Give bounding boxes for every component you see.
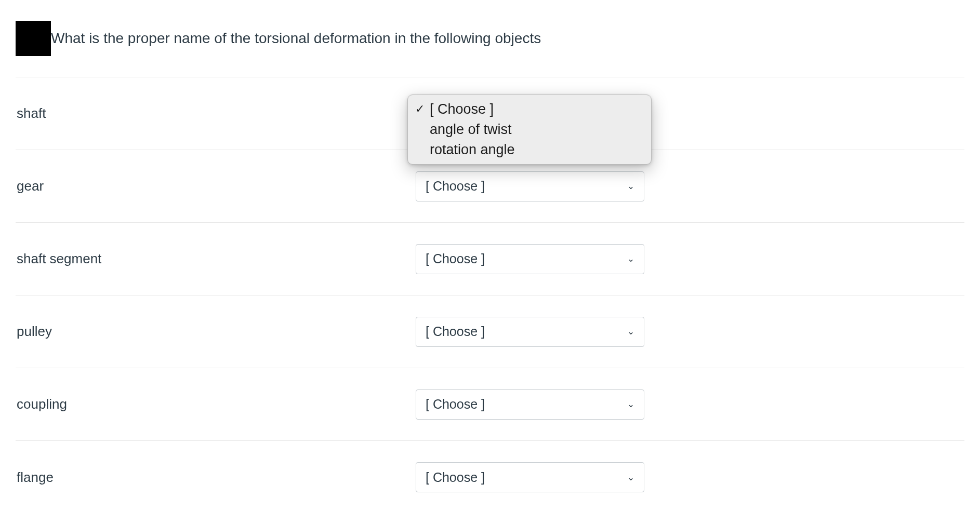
dropdown-option-angle-of-twist[interactable]: angle of twist bbox=[408, 119, 651, 140]
select-value: [ Choose ] bbox=[426, 324, 485, 339]
select-wrap: [ Choose ] ⌄ bbox=[416, 389, 644, 420]
match-label: coupling bbox=[16, 396, 416, 412]
match-label: shaft segment bbox=[16, 251, 416, 267]
match-row-shaft: shaft [ Choose ] ⌄ ✓ [ Choose ] angle of… bbox=[16, 77, 964, 150]
dropdown-menu: ✓ [ Choose ] angle of twist rotation ang… bbox=[407, 95, 652, 165]
match-row-pulley: pulley [ Choose ] ⌄ bbox=[16, 295, 964, 368]
dropdown-option-choose[interactable]: ✓ [ Choose ] bbox=[408, 99, 651, 119]
question-header: What is the proper name of the torsional… bbox=[16, 21, 964, 56]
chevron-down-icon: ⌄ bbox=[627, 253, 634, 264]
question-page: What is the proper name of the torsional… bbox=[0, 0, 980, 511]
chevron-down-icon: ⌄ bbox=[627, 181, 634, 192]
select-value: [ Choose ] bbox=[426, 179, 485, 194]
matching-area: shaft [ Choose ] ⌄ ✓ [ Choose ] angle of… bbox=[16, 77, 964, 511]
dropdown-option-rotation-angle[interactable]: rotation angle bbox=[408, 140, 651, 160]
select-value: [ Choose ] bbox=[426, 251, 485, 266]
chevron-down-icon: ⌄ bbox=[627, 472, 634, 483]
select-coupling[interactable]: [ Choose ] ⌄ bbox=[416, 389, 644, 420]
match-row-coupling: coupling [ Choose ] ⌄ bbox=[16, 368, 964, 441]
match-label: shaft bbox=[16, 105, 416, 122]
select-value: [ Choose ] bbox=[426, 397, 485, 412]
select-pulley[interactable]: [ Choose ] ⌄ bbox=[416, 317, 644, 347]
chevron-down-icon: ⌄ bbox=[627, 326, 634, 337]
select-wrap: [ Choose ] ⌄ ✓ [ Choose ] angle of twist… bbox=[416, 99, 644, 129]
select-gear[interactable]: [ Choose ] ⌄ bbox=[416, 171, 644, 201]
match-row-flange: flange [ Choose ] ⌄ bbox=[16, 441, 964, 511]
chevron-down-icon: ⌄ bbox=[627, 399, 634, 410]
dropdown-option-label: [ Choose ] bbox=[430, 101, 494, 117]
dropdown-option-label: rotation angle bbox=[430, 142, 515, 158]
select-value: [ Choose ] bbox=[426, 470, 485, 485]
select-flange[interactable]: [ Choose ] ⌄ bbox=[416, 462, 644, 492]
select-wrap: [ Choose ] ⌄ bbox=[416, 171, 644, 201]
match-label: flange bbox=[16, 469, 416, 486]
match-row-shaft-segment: shaft segment [ Choose ] ⌄ bbox=[16, 223, 964, 295]
select-wrap: [ Choose ] ⌄ bbox=[416, 317, 644, 347]
select-shaft-segment[interactable]: [ Choose ] ⌄ bbox=[416, 244, 644, 274]
match-label: pulley bbox=[16, 324, 416, 340]
question-text: What is the proper name of the torsional… bbox=[51, 30, 541, 47]
select-wrap: [ Choose ] ⌄ bbox=[416, 462, 644, 492]
select-wrap: [ Choose ] ⌄ bbox=[416, 244, 644, 274]
match-label: gear bbox=[16, 178, 416, 194]
redaction-block bbox=[16, 21, 51, 56]
dropdown-option-label: angle of twist bbox=[430, 122, 512, 138]
check-icon: ✓ bbox=[415, 102, 430, 116]
